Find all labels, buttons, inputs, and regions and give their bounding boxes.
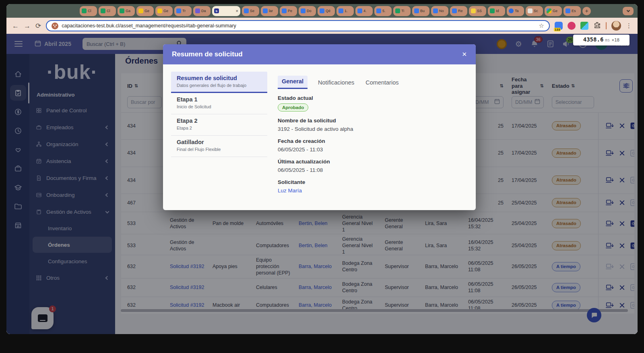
browser-tab[interactable]: Bu [412,6,429,16]
browser-tab[interactable]: No [431,6,448,16]
browser-tab[interactable]: SS [469,6,486,16]
tab-label: Ge [144,9,149,13]
tab-favicon [176,8,181,13]
extension-badge: 133 [554,28,561,31]
tab-label: Ge [553,9,557,13]
url-bar[interactable]: capacitaciones-test.buk.cl/asset_managem… [46,20,550,31]
browser-tab[interactable]: Do [299,6,316,16]
forward-button[interactable]: → [24,23,31,29]
modal-title: Resumen de solicitud [172,50,243,58]
step-subtitle: Final del Flujo Flexible [177,147,262,152]
new-tab-button[interactable]: + [582,7,591,15]
field-value: 06/05/2025 - 11:08 [278,167,466,173]
browser-tab[interactable]: Se [242,6,259,16]
reload-button[interactable]: ⟳ [35,23,41,29]
tab-search-button[interactable] [623,7,634,15]
close-icon[interactable]: ✕ [462,51,467,58]
tab-close-icon[interactable]: × [236,8,238,13]
modal-fields: Estado actualAprobadoNombre de la solici… [278,95,466,194]
tab-label: Cl [107,9,110,13]
tab-favicon [195,8,200,13]
field-label: Nombre de la solicitud [278,118,466,124]
tab-label: Ta [515,9,519,13]
puzzle-icon[interactable] [593,21,601,31]
tab-label: Cl [88,9,91,13]
browser-tab[interactable]: b× [212,6,240,16]
tab-favicon [471,8,476,13]
field-value: 3192 - Solicitud de activo alpha [278,126,466,132]
modal-step-gatillador[interactable]: GatilladorFinal del Flujo Flexible [171,136,267,157]
browser-tab[interactable]: Ta [507,6,524,16]
browser-tab[interactable]: Tr [174,6,192,16]
tab-label: Do [307,9,312,13]
browser-tab[interactable]: 4. [355,6,373,16]
field-label: Última actualización [278,159,466,165]
tab-label: Bu [420,9,425,13]
tab-label: Ge [163,9,168,13]
browser-tab[interactable]: Pe [280,6,297,16]
tab-label: 4. [363,9,367,13]
field-label: Estado actual [278,95,466,101]
tab-favicon [157,8,162,13]
tab-label: Ga [126,9,130,13]
tab-favicon [101,8,105,13]
browser-tab[interactable]: 1. [336,6,354,16]
tab-label: SS [477,9,482,13]
browser-tab[interactable]: 5. [374,6,392,16]
tab-favicon [547,8,551,13]
modal-step-etapa-1[interactable]: Etapa 1Inicio de Solicitud [171,93,267,114]
tab-label: Qé [326,9,330,13]
browser-tab[interactable]: Ge [155,6,173,16]
modal-content: GeneralNotificacionesComentarios Estado … [278,72,466,194]
tab-strip: ClClGaGeGeTrDab×SelarPeDoQé1.4.5.TiBuNoR… [6,4,638,18]
browser-menu-icon[interactable]: ⋮ [626,22,632,29]
browser-tab[interactable]: lar [261,6,278,16]
tab-favicon [357,8,362,13]
tab-favicon [244,8,249,13]
browser-tab[interactable]: Ge [545,6,562,16]
modal-step-etapa-2[interactable]: Etapa 2Etapa 2 [171,114,267,136]
browser-tab[interactable]: Qé [318,6,335,16]
modal-header: Resumen de solicitud ✕ [163,44,476,64]
back-button[interactable]: ← [12,23,19,29]
step-title: Etapa 1 [177,96,262,103]
browser-window: ClClGaGeGeTrDab×SelarPeDoQé1.4.5.TiBuNoR… [6,4,638,334]
tab-favicon [263,8,268,13]
extension-icon[interactable] [580,22,588,30]
modal-body: Resumen de solicitudDatos generales del … [163,64,476,194]
app-window: Abril 2025 Buscar (Ctrl + B) ⚙ 36 [6,34,638,334]
browser-tab[interactable]: Cl [80,6,97,16]
browser-profile-avatar[interactable] [611,21,621,31]
tab-label: Tr [182,9,186,13]
step-subtitle: Datos generales del flujo de trabajo [177,83,262,88]
modal-tab-general[interactable]: General [278,76,308,89]
browser-tab[interactable]: Cl [99,6,116,16]
screen: ClClGaGeGeTrDab×SelarPeDoQé1.4.5.TiBuNoR… [0,0,644,353]
extension-icon[interactable]: 133 [555,22,563,30]
modal-resumen-solicitud: Resumen de solicitud ✕ Resumen de solici… [163,44,476,210]
browser-tab[interactable]: Ti [393,6,411,16]
browser-tab[interactable]: Da [193,6,211,16]
tab-favicon [414,8,419,13]
browser-tab[interactable]: Ge [136,6,154,16]
tab-label: Pe [288,9,292,13]
field-value: 06/05/2025 - 11:03 [278,147,466,153]
solicitante-link[interactable]: Luz María [278,188,302,194]
step-subtitle: Inicio de Solicitud [177,104,262,109]
modal-step-resumen-de-solicitud[interactable]: Resumen de solicitudDatos generales del … [171,72,267,93]
modal-tab-comentarios[interactable]: Comentarios [365,77,399,89]
tab-favicon [566,8,570,13]
extension-icon[interactable] [568,22,576,30]
browser-tab[interactable]: Sc [526,6,543,16]
tab-label: Es [572,9,576,13]
modal-tab-notificaciones[interactable]: Notificaciones [317,77,355,89]
browser-tab[interactable]: Re [450,6,467,16]
browser-tab[interactable]: Ga [118,6,135,16]
step-subtitle: Etapa 2 [177,126,262,130]
browser-tab[interactable]: Es [564,6,581,16]
url-text[interactable]: capacitaciones-test.buk.cl/asset_managem… [62,23,535,29]
tab-label: Da [201,9,206,13]
bookmark-star-icon[interactable]: ☆ [539,22,544,29]
browser-tab[interactable]: Id [488,6,505,16]
tab-favicon [490,8,495,13]
